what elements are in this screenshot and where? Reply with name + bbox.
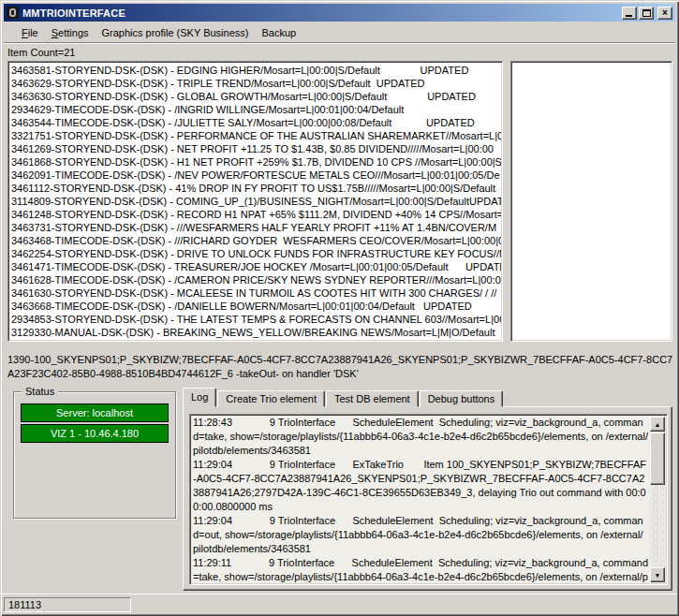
maximize-button[interactable] (639, 7, 654, 20)
menu-item-file[interactable]: File (15, 24, 45, 41)
list-item[interactable]: 3114809-STORYEND-DSK-(DSK) - COMING_UP_(… (11, 195, 501, 208)
log-tab-panel: 11:28:43 9 TrioInterface ScheduleElement… (183, 406, 672, 591)
list-item[interactable]: 2934853-STORYEND-DSK-(DSK) - THE LATEST … (11, 313, 501, 326)
list-item[interactable]: 3463581-STORYEND-DSK-(DSK) - EDGING HIGH… (11, 64, 501, 77)
handler-message: 1390-100_SKYENPS01;P_SKYBIZW;7BECFFAF-A0… (7, 353, 674, 381)
minimize-button[interactable] (622, 7, 637, 20)
list-item[interactable]: 3461269-STORYEND-DSK-(DSK) - NET PROFIT … (11, 142, 501, 155)
list-item[interactable]: 3461628-TIMECODE-DSK-(DSK) - /CAMERON PR… (11, 273, 501, 286)
status-bar: 181113 (2, 594, 677, 613)
log-entry: 11:28:43 9 TrioInterface ScheduleElement… (193, 416, 648, 458)
log-textbox[interactable]: 11:28:43 9 TrioInterface ScheduleElement… (189, 414, 668, 585)
log-entry: 11:29:11 9 TrioInterface ScheduleElement… (193, 556, 648, 585)
list-item[interactable]: 3461248-STORYEND-DSK-(DSK) - RECORD H1 N… (11, 208, 501, 221)
list-item[interactable]: 3462091-TIMECODE-DSK-(DSK) - /NEV POWER/… (11, 169, 501, 182)
list-item[interactable]: 3129330-MANUAL-DSK-(DSK) - BREAKING_NEWS… (11, 326, 501, 339)
log-entry: 11:29:04 9 TrioInterface ScheduleElement… (193, 514, 648, 556)
close-icon: × (662, 8, 668, 18)
menu-bar: File Settings Graphics profile (SKY Busi… (4, 22, 675, 42)
log-entry: 11:29:04 9 TrioInterface ExTakeTrio Item… (193, 458, 648, 514)
playlist-listbox[interactable]: 3463581-STORYEND-DSK-(DSK) - EDGING HIGH… (7, 61, 503, 342)
viz1-status-indicator: VIZ 1 - 10.46.4.180 (21, 424, 169, 443)
list-item[interactable]: 3463630-STORYEND-DSK-(DSK) - GLOBAL GROW… (11, 90, 501, 103)
scroll-up-icon[interactable]: ▲ (650, 417, 665, 432)
log-scrollbar[interactable]: ▲ ▼ (650, 417, 665, 582)
scroll-down-icon[interactable]: ▼ (650, 567, 665, 582)
list-item[interactable]: 3463629-STORYEND-DSK-(DSK) - TRIPLE TREN… (11, 77, 501, 90)
close-button[interactable]: × (657, 7, 672, 20)
status-bar-value: 181113 (4, 597, 131, 612)
status-groupbox: Status Server: localhost VIZ 1 - 10.46.4… (13, 391, 176, 519)
list-item[interactable]: 3461471-TIMECODE-DSK-(DSK) - TREASURER/J… (11, 260, 501, 273)
scrollbar-thumb[interactable] (650, 433, 665, 485)
tab-debug-buttons[interactable]: Debug buttons (420, 390, 504, 407)
list-item[interactable]: 3461868-STORYEND-DSK-(DSK) - H1 NET PROF… (11, 155, 501, 169)
window-title: MMTRIOINTERFACE (22, 7, 620, 19)
list-item[interactable]: 3463731-STORYEND-DSK-(DSK) - ///WESFARME… (11, 221, 501, 234)
list-item[interactable]: 2934629-TIMECODE-DSK-(DSK) - /INGRID WIL… (11, 103, 501, 116)
menu-item-graphics-profile[interactable]: Graphics profile (SKY Business) (96, 24, 256, 41)
list-item[interactable]: 3321751-STORYEND-DSK-(DSK) - PERFORMANCE… (11, 129, 501, 142)
status-group-legend: Status (22, 386, 58, 397)
menu-item-settings[interactable]: Settings (45, 24, 96, 41)
list-item[interactable]: 3463468-TIMECODE-DSK-(DSK) - ///RICHARD … (11, 234, 501, 247)
tab-strip: Log Create Trio element Test DB element … (183, 388, 504, 407)
tab-log[interactable]: Log (183, 388, 216, 407)
list-item[interactable]: 3462254-STORYEND-DSK-(DSK) - DRIVE TO UN… (11, 247, 501, 260)
menu-item-backup[interactable]: Backup (255, 24, 303, 41)
title-bar[interactable]: MMTRIOINTERFACE × (4, 4, 675, 22)
list-item[interactable]: 3463544-TIMECODE-DSK-(DSK) - /JULIETTE S… (11, 116, 501, 129)
preview-listbox[interactable] (510, 61, 672, 342)
list-item[interactable]: 3461630-STORYEND-DSK-(DSK) - MCALEESE IN… (11, 286, 501, 300)
list-item[interactable]: 3461112-STORYEND-DSK-(DSK) - 41% DROP IN… (11, 182, 501, 195)
tab-test-db-element[interactable]: Test DB element (326, 390, 419, 407)
app-icon (7, 7, 19, 19)
server-status-indicator: Server: localhost (21, 403, 169, 422)
minimize-icon (626, 15, 632, 17)
item-count-label: Item Count=21 (7, 47, 75, 58)
tab-create-trio-element[interactable]: Create Trio element (217, 390, 325, 407)
maximize-icon (642, 9, 651, 17)
list-item[interactable]: 3463668-TIMECODE-DSK-(DSK) - /DANIELLE B… (11, 300, 501, 313)
menu-separator (4, 42, 675, 44)
app-window: MMTRIOINTERFACE × File Settings Graphics… (0, 0, 679, 616)
